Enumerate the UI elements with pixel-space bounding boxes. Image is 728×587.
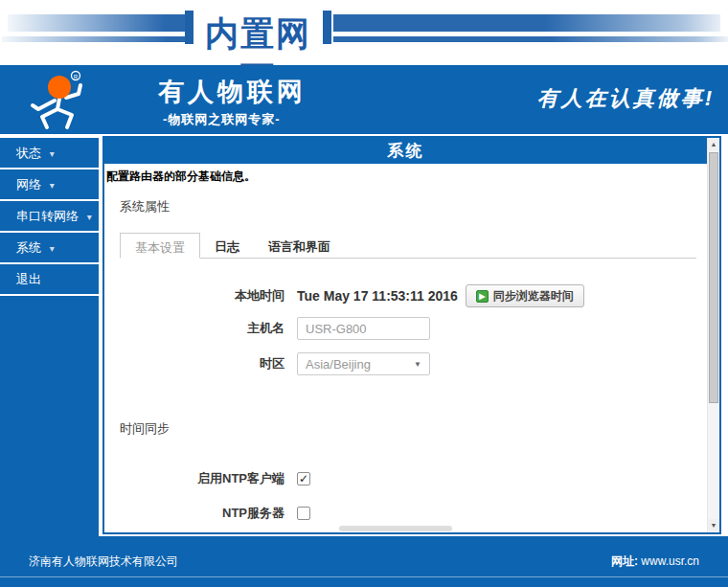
tab-language-ui[interactable]: 语言和界面 [254,233,345,258]
sidebar-nav: 状态 ▾ 网络 ▾ 串口转网络 ▾ 系统 ▾ 退出 [0,136,99,536]
caret-down-icon: ▾ [50,243,55,254]
tab-basic-settings[interactable]: 基本设置 [120,233,200,259]
tab-bar: 基本设置 日志 语言和界面 [120,233,696,259]
vertical-scrollbar-thumb[interactable] [709,152,718,403]
timezone-label: 时区 [106,355,284,373]
caret-down-icon: ▾ [87,212,92,222]
sidebar-item-label: 退出 [16,272,41,286]
hostname-label: 主机名 [106,320,284,337]
footer-website-label: 网址: [611,554,638,568]
footer-company: 济南有人物联网技术有限公司 [29,553,178,570]
caret-down-icon: ▾ [50,148,55,159]
ntp-server-label: NTP服务器 [106,505,284,522]
caret-down-icon: ▾ [50,180,55,191]
sidebar-item-status[interactable]: 状态 ▾ [0,138,99,169]
footer-website: 网址: www.usr.cn [611,553,699,570]
banner-bar-left [8,14,186,32]
sidebar-item-network[interactable]: 网络 ▾ [0,169,99,201]
hostname-input[interactable] [297,317,430,340]
section-title-system-properties: 系统属性 [120,198,170,215]
page-intro-text: 配置路由器的部分基础信息。 [106,169,256,185]
sidebar-item-label: 网络 [16,177,41,192]
section-title-time-sync: 时间同步 [120,420,170,438]
brand-slogan: 有人在认真做事! [537,84,715,113]
local-time-label: 本地时间 [106,287,284,305]
sync-browser-time-button[interactable]: ▶ 同步浏览器时间 [466,284,584,307]
sidebar-item-label: 系统 [16,240,41,255]
sync-icon: ▶ [476,290,489,303]
ntp-client-label: 启用NTP客户端 [106,470,284,487]
vertical-scrollbar[interactable]: ▲ ▼ [707,138,719,532]
tab-log[interactable]: 日志 [200,233,254,258]
banner-cap-left [185,11,193,44]
banner-bar-left-thin [2,36,186,42]
form-row-local-time: 本地时间 Tue May 17 11:53:11 2016 ▶ 同步浏览器时间 [106,284,584,307]
app-header: R 有人物联网 -物联网之联网专家- 有人在认真做事! [0,65,728,134]
page-title: 系统 [104,138,707,164]
sidebar-item-serial-to-network[interactable]: 串口转网络 ▾ [0,201,99,233]
horizontal-scrollbar-thumb[interactable] [339,526,452,531]
brand-subtitle: -物联网之联网专家- [163,111,281,128]
banner-cap-right [323,11,331,44]
banner-bar-right [333,14,720,32]
form-row-ntp-client: 启用NTP客户端 ✓ [106,470,310,487]
scroll-up-button[interactable]: ▲ [708,138,719,151]
sidebar-item-label: 串口转网络 [16,209,79,223]
form-row-hostname: 主机名 [106,317,430,340]
ntp-server-checkbox[interactable] [297,507,310,520]
sidebar-item-system[interactable]: 系统 ▾ [0,233,99,264]
main-content: 系统 配置路由器的部分基础信息。 系统属性 基本设置 日志 语言和界面 本地时间… [102,136,721,534]
brand-title: 有人物联网 [158,75,307,109]
svg-text:R: R [74,74,79,79]
timezone-selected-value: Asia/Beijing [306,357,371,372]
sidebar-item-label: 状态 [16,146,41,160]
timezone-select[interactable]: Asia/Beijing ▼ [297,352,430,375]
ntp-client-checkbox[interactable]: ✓ [297,472,310,485]
sync-button-label: 同步浏览器时间 [493,288,574,305]
footer-divider [0,576,728,577]
local-time-value: Tue May 17 11:53:11 2016 [297,288,458,304]
select-caret-icon: ▼ [414,360,421,369]
banner-bar-right-thin [333,36,728,42]
top-banner: 内置网页 [0,0,728,65]
footer-website-url[interactable]: www.usr.cn [641,554,699,568]
app-footer: 济南有人物联网技术有限公司 网址: www.usr.cn [0,536,728,587]
form-row-ntp-server: NTP服务器 [106,505,310,522]
scroll-down-button[interactable]: ▼ [708,519,719,532]
usr-logo-icon: R [19,69,88,134]
form-row-timezone: 时区 Asia/Beijing ▼ [106,352,430,375]
sidebar-item-logout[interactable]: 退出 [0,264,99,296]
